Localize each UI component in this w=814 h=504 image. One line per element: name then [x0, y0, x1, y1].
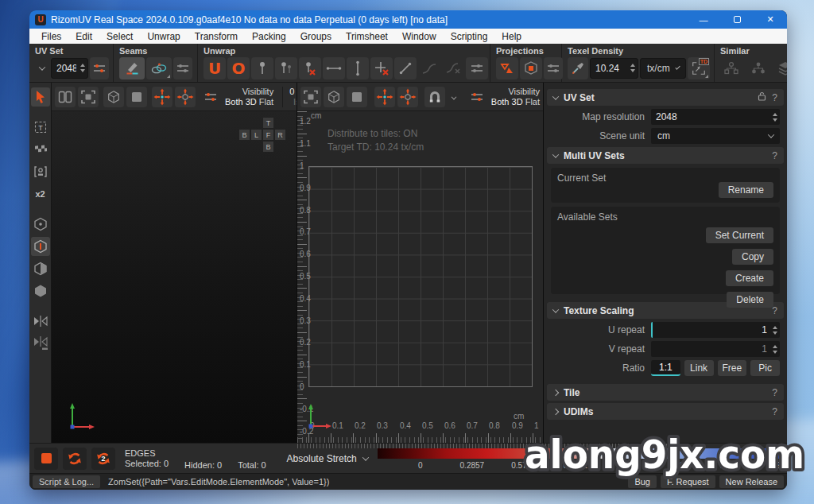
remove-constraint-button[interactable] [370, 57, 393, 79]
double-resolution-button[interactable]: x2 [31, 184, 50, 204]
island-mode-button[interactable] [31, 281, 50, 300]
rename-button[interactable]: Rename [719, 182, 773, 198]
help-icon[interactable]: ? [772, 387, 777, 398]
viewport-uv-options-button[interactable] [467, 87, 487, 107]
viewport-3d-canvas[interactable]: T B L F R B [52, 111, 297, 443]
menu-packing[interactable]: Packing [245, 31, 293, 42]
spinner-arrows[interactable] [630, 59, 635, 78]
magnet-dropdown-button[interactable] [448, 87, 460, 107]
refresh-loop-2-button[interactable]: 2 [91, 448, 115, 470]
view-front-button[interactable]: F [263, 130, 273, 140]
tile-section-header[interactable]: Tile ? [547, 384, 784, 401]
frame-all-button[interactable] [78, 87, 99, 107]
menu-select[interactable]: Select [99, 31, 140, 42]
spinner-arrows[interactable] [773, 109, 777, 125]
u-repeat-field[interactable] [651, 322, 780, 338]
fit-view-button[interactable] [374, 87, 395, 107]
u-repeat-input[interactable] [653, 324, 780, 335]
menu-help[interactable]: Help [494, 31, 529, 42]
map-resolution-field[interactable] [651, 109, 780, 125]
lock-icon[interactable] [758, 91, 766, 103]
planar-projection-button[interactable] [496, 57, 518, 79]
stretch-mode-dropdown[interactable]: Absolute Stretch [287, 453, 368, 464]
visibility-3d[interactable]: 3D [512, 97, 523, 107]
similar-layers-button[interactable] [774, 57, 787, 79]
unwrap-u-button[interactable]: U [204, 57, 226, 79]
texel-density-field[interactable] [590, 58, 638, 79]
seams-options-button[interactable] [173, 57, 192, 79]
uvset-options-button[interactable] [90, 57, 109, 79]
view-right-button[interactable]: R [275, 130, 285, 140]
frame-all-button[interactable] [300, 87, 321, 107]
map-resolution-input[interactable] [651, 111, 780, 122]
seams-brush-button[interactable] [119, 57, 145, 79]
transform-tool-button[interactable]: T [31, 118, 50, 137]
spinner-arrows[interactable] [773, 341, 777, 357]
view-back-button[interactable]: B [239, 130, 250, 140]
uvset-resolution-field[interactable] [51, 58, 88, 79]
uv-set-section-header[interactable]: UV Set ? [547, 89, 784, 106]
polygon-mode-button[interactable] [31, 259, 50, 278]
view-left-button[interactable]: L [251, 130, 262, 140]
fit-view-button[interactable] [152, 87, 172, 107]
pin-button[interactable] [251, 57, 273, 79]
checker-map-button[interactable] [31, 140, 50, 159]
curve-remove-button[interactable] [442, 57, 464, 79]
edge-mode-button[interactable] [31, 237, 50, 256]
menu-groups[interactable]: Groups [293, 31, 339, 42]
spinner-arrows[interactable] [773, 322, 777, 338]
delete-button[interactable]: Delete [727, 292, 773, 308]
visibility-3d[interactable]: 3D [246, 97, 257, 107]
viewport-uv-canvas[interactable]: Distribute to tiles: ON Target TD: 10.24… [297, 111, 543, 443]
spinner-arrows[interactable] [80, 59, 85, 78]
visibility-flat[interactable]: Flat [259, 97, 273, 107]
similar-select-button[interactable] [720, 57, 742, 79]
box-projection-button[interactable] [520, 57, 542, 79]
help-icon[interactable]: ? [772, 150, 777, 161]
fit-selection-button[interactable] [397, 87, 418, 107]
symmetry-local-button[interactable] [31, 334, 50, 353]
menu-unwrap[interactable]: Unwrap [140, 31, 187, 42]
view-top-button[interactable]: T [263, 118, 273, 128]
show-3d-geometry-button[interactable] [103, 87, 124, 107]
pin-double-button[interactable] [275, 57, 297, 79]
texel-apply-button[interactable]: TD [688, 57, 710, 79]
select-cursor-button[interactable] [31, 87, 50, 107]
texel-unit-dropdown[interactable]: tx/cm [640, 58, 686, 79]
show-flat-geometry-button[interactable] [347, 87, 367, 107]
unpin-button[interactable] [299, 57, 321, 79]
multi-uv-sets-section-header[interactable]: Multi UV Sets ? [547, 147, 784, 164]
ratio-free-button[interactable]: Free [718, 360, 747, 376]
texel-picker-button[interactable] [568, 57, 588, 79]
minimize-button[interactable]: — [687, 10, 720, 29]
v-repeat-input[interactable] [651, 343, 780, 355]
udims-section-header[interactable]: UDIMs ? [547, 403, 784, 420]
stop-button[interactable] [34, 448, 58, 470]
fit-selection-button[interactable] [175, 87, 196, 107]
similar-stack-button[interactable] [747, 57, 769, 79]
maximize-button[interactable] [720, 10, 754, 29]
island-grab-button[interactable] [31, 162, 50, 181]
constrain-horizontal-button[interactable] [323, 57, 345, 79]
seams-lasso-button[interactable] [146, 57, 172, 79]
create-button[interactable]: Create [726, 270, 773, 286]
viewport-3d-options-button[interactable] [200, 87, 221, 107]
refresh-loop-button[interactable] [63, 448, 87, 470]
unwrap-options-button[interactable] [466, 57, 488, 79]
menu-trimsheet[interactable]: Trimsheet [339, 31, 395, 42]
ratio-pic-button[interactable]: Pic [750, 360, 780, 376]
ratio-1-1-button[interactable]: 1:1 [651, 360, 680, 376]
ratio-link-button[interactable]: Link [684, 360, 714, 376]
set-current-button[interactable]: Set Current [706, 227, 773, 243]
magnet-snap-button[interactable] [424, 87, 445, 107]
menu-scripting[interactable]: Scripting [444, 31, 495, 42]
show-flat-geometry-button[interactable] [126, 87, 147, 107]
copy-button[interactable]: Copy [732, 249, 773, 265]
align-edge-button[interactable] [394, 57, 417, 79]
menu-window[interactable]: Window [395, 31, 444, 42]
menu-files[interactable]: Files [34, 31, 68, 42]
help-icon[interactable]: ? [772, 92, 777, 103]
curve-constraint-button[interactable] [418, 57, 440, 79]
help-icon[interactable]: ? [772, 406, 777, 417]
view-bottom-button[interactable]: B [263, 142, 273, 152]
